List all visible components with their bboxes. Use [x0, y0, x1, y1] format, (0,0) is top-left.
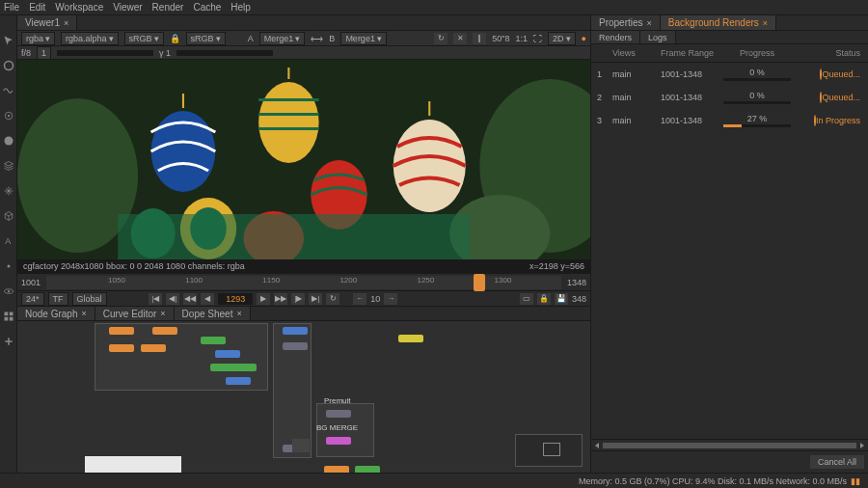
cancel-all-button[interactable]: Cancel All [810, 455, 864, 469]
node[interactable] [109, 327, 134, 335]
fstop-value[interactable]: 1 [37, 46, 51, 60]
tab-bg-renders[interactable]: Background Renders× [661, 15, 776, 30]
text-icon[interactable]: A [3, 235, 14, 247]
svg-point-22 [393, 120, 466, 212]
horizontal-scrollbar[interactable] [591, 439, 868, 450]
close-icon[interactable]: × [763, 18, 768, 28]
menu-cache[interactable]: Cache [193, 2, 221, 13]
render-row[interactable]: 3main1001-134827 % In Progress [591, 109, 868, 132]
node[interactable] [226, 377, 251, 385]
node[interactable] [283, 327, 308, 335]
pause-icon[interactable]: ‖ [473, 33, 486, 44]
menu-render[interactable]: Render [152, 2, 184, 13]
menu-help[interactable]: Help [231, 2, 251, 13]
close-icon[interactable]: × [160, 309, 165, 318]
lock-icon[interactable]: 🔒 [170, 34, 180, 43]
thumbnail-node[interactable] [292, 439, 310, 452]
disc-icon[interactable] [3, 135, 14, 147]
swap-icon[interactable]: ⟷ [311, 34, 323, 43]
cube-icon[interactable] [3, 210, 14, 222]
play-icon[interactable]: ▶ [257, 293, 270, 305]
node[interactable] [324, 466, 349, 473]
viewer-tabbar: Viewer1 × [17, 15, 590, 31]
frame-start: 1001 [21, 278, 41, 287]
node[interactable] [355, 466, 380, 473]
render-row[interactable]: 2main1001-13480 % Queued... [591, 86, 868, 109]
playhead[interactable] [474, 274, 485, 291]
menu-workspace[interactable]: Workspace [55, 2, 103, 13]
fps-dropdown[interactable]: 24* [21, 292, 44, 306]
current-frame-input[interactable] [218, 293, 253, 305]
colorspace-dropdown[interactable]: sRGB ▾ [124, 32, 164, 45]
wave-icon[interactable] [3, 85, 14, 96]
backdrop-node[interactable] [85, 456, 181, 473]
close-icon[interactable]: × [236, 309, 241, 318]
merge-b-dropdown[interactable]: Merge1 ▾ [340, 32, 387, 45]
plus-icon[interactable] [3, 336, 14, 347]
grid-icon[interactable] [3, 311, 14, 322]
next-key-icon[interactable]: ▶▶ [274, 293, 287, 305]
refresh-icon[interactable]: ↻ [434, 33, 448, 44]
close-icon[interactable]: × [647, 18, 652, 28]
lock-timeline-icon[interactable]: 🔒 [537, 293, 551, 305]
timeline-track[interactable]: 1050 1100 1150 1200 1250 1300 [46, 276, 561, 289]
eye-icon[interactable] [3, 285, 14, 297]
jump-back-icon[interactable]: ← [353, 293, 366, 305]
step-back-icon[interactable]: ◀| [166, 293, 179, 305]
prev-key-icon[interactable]: ◀◀ [183, 293, 197, 305]
layers-icon[interactable] [3, 160, 14, 172]
node[interactable] [215, 350, 240, 358]
menu-file[interactable]: File [4, 2, 19, 13]
minimap[interactable] [515, 434, 583, 467]
goto-start-icon[interactable]: |◀ [149, 293, 162, 305]
tab-nodegraph[interactable]: Node Graph× [17, 307, 95, 320]
goto-end-icon[interactable]: ▶| [309, 293, 322, 305]
node[interactable] [326, 410, 351, 418]
colorspace2-dropdown[interactable]: sRGB ▾ [186, 32, 226, 45]
mode-dropdown[interactable]: 2D ▾ [548, 32, 576, 45]
pointer-icon[interactable] [3, 35, 14, 46]
node[interactable] [398, 335, 423, 342]
menu-edit[interactable]: Edit [29, 2, 45, 13]
node[interactable] [152, 327, 177, 335]
close-icon[interactable]: × [64, 18, 68, 28]
step-fwd-icon[interactable]: |▶ [291, 293, 305, 305]
save-icon[interactable]: 💾 [555, 293, 568, 305]
node[interactable] [141, 344, 166, 352]
node-graph[interactable]: Premult BG MERGE [17, 321, 590, 473]
node[interactable] [201, 337, 226, 344]
subtab-logs[interactable]: Logs [640, 31, 676, 43]
channel-dropdown[interactable]: rgba ▾ [21, 32, 55, 45]
node[interactable] [326, 437, 351, 445]
tf-dropdown[interactable]: TF [48, 292, 68, 306]
viewer-canvas[interactable] [17, 60, 590, 259]
alpha-dropdown[interactable]: rgba.alpha ▾ [61, 32, 119, 45]
scope-dropdown[interactable]: Global [72, 292, 107, 306]
play-back-icon[interactable]: ◀ [201, 293, 214, 305]
svg-text:A: A [5, 236, 11, 246]
svg-point-2 [7, 115, 9, 117]
svg-point-5 [7, 265, 10, 268]
merge-a-dropdown[interactable]: Merge1 ▾ [259, 32, 306, 45]
expand-icon[interactable]: ⛶ [533, 34, 542, 43]
target-icon[interactable] [3, 110, 14, 122]
circle-icon[interactable] [3, 60, 14, 71]
tab-dopesheet[interactable]: Dope Sheet× [175, 307, 251, 320]
cross-icon[interactable]: ✕ [453, 33, 467, 44]
subtab-renders[interactable]: Renders [591, 31, 640, 43]
jump-fwd-icon[interactable]: → [384, 293, 397, 305]
tab-curveeditor[interactable]: Curve Editor× [95, 307, 175, 320]
node[interactable] [109, 344, 134, 352]
clip-icon[interactable]: ▭ [520, 293, 533, 305]
render-row[interactable]: 1main1001-13480 % Queued... [591, 63, 868, 86]
timeline[interactable]: 1001 1050 1100 1150 1200 1250 1300 1348 [17, 273, 590, 290]
node[interactable] [231, 364, 257, 371]
dot-icon[interactable] [3, 260, 14, 272]
node[interactable] [283, 342, 308, 350]
loop-icon[interactable]: ↻ [326, 293, 339, 305]
sparkle-icon[interactable] [3, 185, 14, 197]
menu-viewer[interactable]: Viewer [113, 2, 142, 13]
close-icon[interactable]: × [81, 309, 86, 318]
tab-viewer1[interactable]: Viewer1 × [17, 15, 77, 30]
tab-properties[interactable]: Properties× [591, 15, 661, 30]
